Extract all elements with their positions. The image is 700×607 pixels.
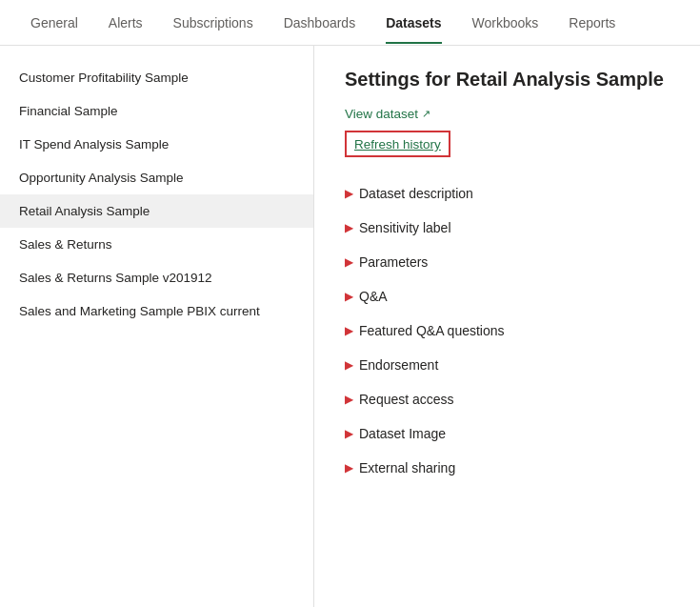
sidebar-item-customer-profitability[interactable]: Customer Profitability Sample bbox=[0, 61, 313, 94]
section-qa[interactable]: ▶Q&A bbox=[345, 279, 670, 314]
section-featured-qa[interactable]: ▶Featured Q&A questions bbox=[345, 314, 670, 348]
section-label-dataset-description: Dataset description bbox=[359, 186, 473, 201]
refresh-history-link[interactable]: Refresh history bbox=[354, 137, 441, 152]
refresh-history-box[interactable]: Refresh history bbox=[345, 131, 450, 157]
section-endorsement[interactable]: ▶Endorsement bbox=[345, 348, 670, 382]
triangle-icon: ▶ bbox=[345, 324, 353, 337]
section-label-parameters: Parameters bbox=[359, 254, 428, 270]
view-dataset-label: View dataset bbox=[345, 107, 418, 121]
section-label-external-sharing: External sharing bbox=[359, 460, 455, 475]
tab-datasets[interactable]: Datasets bbox=[370, 2, 456, 44]
sidebar-item-sales-returns[interactable]: Sales & Returns bbox=[0, 228, 313, 261]
tab-workbooks[interactable]: Workbooks bbox=[457, 2, 554, 44]
sidebar-item-sales-marketing[interactable]: Sales and Marketing Sample PBIX current bbox=[0, 294, 313, 328]
section-label-dataset-image: Dataset Image bbox=[359, 426, 446, 441]
sections-list: ▶Dataset description▶Sensitivity label▶P… bbox=[345, 176, 670, 485]
tab-subscriptions[interactable]: Subscriptions bbox=[158, 2, 269, 44]
left-panel: Customer Profitability SampleFinancial S… bbox=[0, 46, 314, 607]
view-dataset-container: View dataset ↗ bbox=[345, 106, 670, 131]
triangle-icon: ▶ bbox=[345, 393, 353, 406]
tab-alerts[interactable]: Alerts bbox=[93, 2, 158, 44]
settings-title: Settings for Retail Analysis Sample bbox=[345, 69, 670, 91]
section-external-sharing[interactable]: ▶External sharing bbox=[345, 451, 670, 485]
section-label-sensitivity-label: Sensitivity label bbox=[359, 220, 451, 235]
tab-dashboards[interactable]: Dashboards bbox=[269, 2, 371, 44]
section-label-endorsement: Endorsement bbox=[359, 357, 438, 373]
tab-reports[interactable]: Reports bbox=[553, 2, 630, 44]
section-parameters[interactable]: ▶Parameters bbox=[345, 245, 670, 279]
external-link-icon: ↗ bbox=[422, 108, 430, 120]
sidebar-item-financial[interactable]: Financial Sample bbox=[0, 94, 313, 128]
right-panel: Settings for Retail Analysis Sample View… bbox=[314, 46, 700, 607]
section-label-qa: Q&A bbox=[359, 289, 388, 304]
triangle-icon: ▶ bbox=[345, 427, 353, 440]
section-sensitivity-label[interactable]: ▶Sensitivity label bbox=[345, 211, 670, 245]
triangle-icon: ▶ bbox=[345, 461, 353, 475]
triangle-icon: ▶ bbox=[345, 290, 353, 303]
main-layout: Customer Profitability SampleFinancial S… bbox=[0, 46, 700, 607]
top-nav: GeneralAlertsSubscriptionsDashboardsData… bbox=[0, 0, 700, 46]
view-dataset-link[interactable]: View dataset ↗ bbox=[345, 107, 430, 121]
triangle-icon: ▶ bbox=[345, 187, 353, 200]
triangle-icon: ▶ bbox=[345, 221, 353, 234]
section-request-access[interactable]: ▶Request access bbox=[345, 382, 670, 416]
tab-general[interactable]: General bbox=[15, 2, 93, 44]
triangle-icon: ▶ bbox=[345, 358, 353, 372]
sidebar-item-it-spend[interactable]: IT Spend Analysis Sample bbox=[0, 128, 313, 161]
section-label-featured-qa: Featured Q&A questions bbox=[359, 323, 505, 338]
sidebar-item-opportunity-analysis[interactable]: Opportunity Analysis Sample bbox=[0, 161, 313, 194]
section-dataset-description[interactable]: ▶Dataset description bbox=[345, 176, 670, 211]
section-label-request-access: Request access bbox=[359, 392, 454, 407]
sidebar-item-retail-analysis[interactable]: Retail Analysis Sample bbox=[0, 194, 313, 228]
triangle-icon: ▶ bbox=[345, 255, 353, 269]
section-dataset-image[interactable]: ▶Dataset Image bbox=[345, 416, 670, 451]
sidebar-item-sales-returns-sample[interactable]: Sales & Returns Sample v201912 bbox=[0, 261, 313, 294]
